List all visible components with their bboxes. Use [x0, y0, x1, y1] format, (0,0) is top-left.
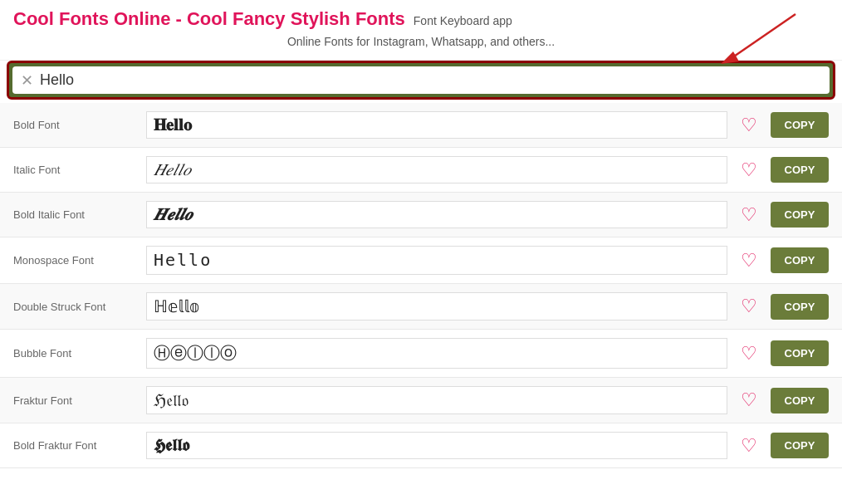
heart-button-bold[interactable]: ♡ [736, 115, 762, 136]
copy-button-bubble[interactable]: COPY [771, 340, 829, 366]
heart-button-monospace[interactable]: ♡ [736, 250, 762, 272]
font-row-monospace: Monospace Font 𝙷𝚎𝚕𝚕𝚘 ♡ COPY [0, 237, 842, 284]
font-row-bold-italic: Bold Italic Font 𝑯𝒆𝒍𝒍𝒐 ♡ COPY [0, 193, 842, 237]
font-row-bubble: Bubble Font Ⓗⓔⓛⓛⓞ ♡ COPY [0, 330, 842, 378]
font-row-double-struck: Double Struck Font ℍ𝕖𝕝𝕝𝕠 ♡ COPY [0, 284, 842, 330]
font-label-italic: Italic Font [13, 164, 146, 176]
svg-line-0 [729, 14, 795, 60]
copy-button-double-struck[interactable]: COPY [771, 294, 829, 320]
copy-button-monospace[interactable]: COPY [771, 247, 829, 273]
heart-button-fraktur[interactable]: ♡ [736, 389, 762, 411]
font-preview-bubble: Ⓗⓔⓛⓛⓞ [146, 338, 727, 369]
font-row-bold-fraktur: Bold Fraktur Font 𝕳𝖊𝖑𝖑𝖔 ♡ COPY [0, 423, 842, 468]
font-preview-double-struck: ℍ𝕖𝕝𝕝𝕠 [146, 292, 727, 321]
font-label-fraktur: Fraktur Font [13, 394, 146, 407]
font-label-monospace: Monospace Font [13, 254, 146, 267]
search-input[interactable] [40, 71, 821, 89]
svg-marker-1 [721, 51, 739, 64]
font-label-bold: Bold Font [13, 119, 146, 131]
font-row-italic: Italic Font 𝐻𝑒𝑙𝑙𝑜 ♡ COPY [0, 148, 842, 193]
font-preview-monospace: 𝙷𝚎𝚕𝚕𝚘 [146, 246, 727, 275]
font-preview-bold-italic: 𝑯𝒆𝒍𝒍𝒐 [146, 201, 727, 228]
font-preview-bold: 𝐇𝐞𝐥𝐥𝐨 [146, 111, 727, 139]
heart-button-bubble[interactable]: ♡ [736, 343, 762, 365]
font-row-fraktur: Fraktur Font ℌ𝔢𝔩𝔩𝔬 ♡ COPY [0, 378, 842, 423]
copy-button-italic[interactable]: COPY [771, 157, 829, 183]
font-preview-fraktur: ℌ𝔢𝔩𝔩𝔬 [146, 386, 727, 414]
font-preview-bold-fraktur: 𝕳𝖊𝖑𝖑𝖔 [146, 432, 727, 459]
font-label-bubble: Bubble Font [13, 347, 146, 360]
font-row-bold: Bold Font 𝐇𝐞𝐥𝐥𝐨 ♡ COPY [0, 103, 842, 148]
copy-button-fraktur[interactable]: COPY [771, 388, 829, 413]
copy-button-bold-fraktur[interactable]: COPY [771, 433, 829, 458]
site-title: Cool Fonts Online - Cool Fancy Stylish F… [13, 8, 405, 30]
font-label-double-struck: Double Struck Font [13, 301, 146, 313]
page-header: Cool Fonts Online - Cool Fancy Stylish F… [0, 0, 842, 61]
search-inner: ✕ [12, 66, 830, 94]
heart-button-bold-fraktur[interactable]: ♡ [736, 435, 762, 457]
font-list: Bold Font 𝐇𝐞𝐥𝐥𝐨 ♡ COPY Italic Font 𝐻𝑒𝑙𝑙𝑜… [0, 103, 842, 468]
font-preview-italic: 𝐻𝑒𝑙𝑙𝑜 [146, 156, 727, 183]
font-label-bold-italic: Bold Italic Font [13, 208, 146, 221]
copy-button-bold-italic[interactable]: COPY [771, 202, 829, 228]
heart-button-double-struck[interactable]: ♡ [736, 296, 762, 317]
font-label-bold-fraktur: Bold Fraktur Font [13, 439, 146, 452]
heart-button-italic[interactable]: ♡ [736, 159, 762, 181]
arrow-decoration [704, 10, 804, 68]
clear-button[interactable]: ✕ [21, 73, 33, 88]
heart-button-bold-italic[interactable]: ♡ [736, 204, 762, 226]
app-label: Font Keyboard app [414, 14, 512, 27]
copy-button-bold[interactable]: COPY [771, 112, 829, 138]
